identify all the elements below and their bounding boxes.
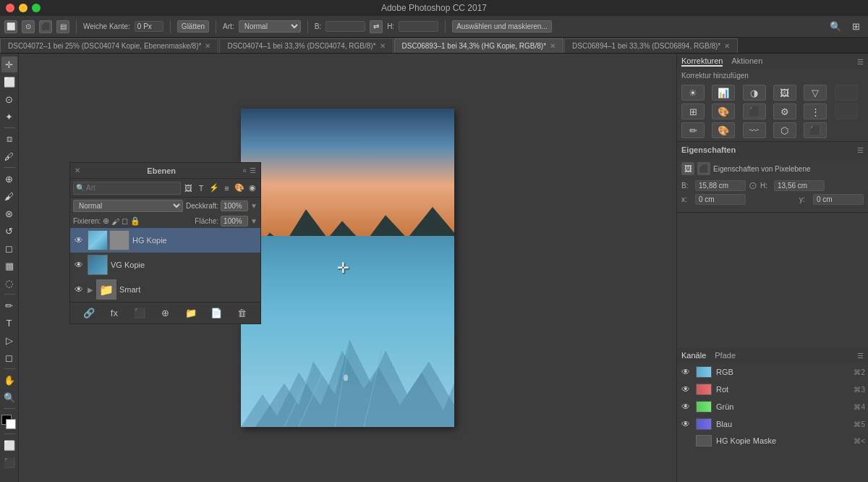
column-icon[interactable]: ⬛ [39, 20, 52, 33]
korr-bw-btn[interactable]: 🎨 [712, 103, 735, 119]
history-brush-tool[interactable]: ↺ [1, 223, 17, 239]
add-layer-icon[interactable]: 📄 [208, 305, 224, 321]
spot-heal-tool[interactable]: ⊕ [1, 171, 17, 187]
crop-tool[interactable]: ⧈ [1, 131, 17, 147]
stamp-tool[interactable]: ⊛ [1, 206, 17, 221]
tab-3[interactable]: DSC06893–1 bei 34,3% (HG Kopie, RGB/8)* … [394, 38, 564, 53]
fix-all-icon[interactable]: 🔒 [130, 216, 140, 226]
pen-tool[interactable]: ✏ [1, 297, 17, 313]
fix-transparency-icon[interactable]: ◻ [122, 216, 128, 226]
channel-gruen-visibility[interactable]: 👁 [680, 401, 692, 413]
minimize-button[interactable] [19, 4, 27, 12]
art-select[interactable]: Normal Hinzufügen Subtrahieren [239, 20, 301, 33]
blur-tool[interactable]: ◌ [1, 275, 17, 291]
glatten-button[interactable]: Glätten [177, 20, 209, 33]
flaeche-input[interactable] [221, 216, 248, 227]
korr-brightness-btn[interactable]: ☀ [681, 85, 705, 101]
tab-1-close[interactable]: ✕ [205, 42, 210, 50]
color-swatch[interactable] [1, 415, 17, 431]
korr-posterize-btn[interactable]: ✏ [681, 122, 705, 138]
channel-blau-visibility[interactable]: 👁 [680, 418, 692, 430]
pixel-layer-icon[interactable]: 🖼 [681, 162, 694, 175]
text-tool[interactable]: T [1, 315, 17, 331]
marquee-tool[interactable]: ⬜ [1, 74, 17, 90]
fix-pixels-icon[interactable]: 🖌 [111, 217, 119, 226]
b-input[interactable] [326, 21, 365, 32]
lasso-icon[interactable]: ⊙ [22, 20, 35, 33]
maximize-button[interactable] [32, 4, 41, 12]
layer-smart-expand-icon[interactable]: ▶ [88, 286, 93, 294]
tab-3-close[interactable]: ✕ [550, 42, 556, 50]
weiche-kante-input[interactable] [135, 21, 163, 32]
korr-curves-btn[interactable]: ◑ [743, 85, 766, 101]
add-group-icon[interactable]: 📁 [183, 305, 199, 321]
channel-rot[interactable]: 👁 Rot ⌘3 [677, 381, 868, 398]
korr-hue-btn[interactable] [835, 85, 858, 101]
layers-kind-icon[interactable]: 🖼 [183, 182, 194, 195]
layout-icon[interactable]: ⊞ [848, 19, 864, 35]
layers-mode-icon[interactable]: ≡ [221, 182, 232, 195]
korr-channel-mix-btn[interactable]: ⚙ [773, 103, 796, 119]
eigen-x-value[interactable]: 0 cm [695, 194, 746, 205]
channel-rot-visibility[interactable]: 👁 [680, 384, 692, 395]
fix-position-icon[interactable]: ⊕ [103, 216, 109, 226]
eraser-tool[interactable]: ◻ [1, 240, 17, 256]
korr-invert-btn[interactable] [835, 103, 858, 119]
layers-collapse-icon[interactable]: « [242, 166, 247, 174]
h-input[interactable] [399, 21, 438, 32]
screen-mode-icon[interactable]: ⬛ [1, 454, 17, 470]
channel-gruen[interactable]: 👁 Grün ⌘4 [677, 398, 868, 415]
add-adjustment-icon[interactable]: ⊕ [157, 305, 173, 321]
korr-extra-btn[interactable]: ⬛ [804, 122, 827, 138]
layers-channel-icon[interactable]: T [196, 182, 207, 195]
layer-hg-kopie-visibility[interactable]: 👁 [73, 234, 85, 246]
tab-korrekturen[interactable]: Korrekturen [681, 56, 723, 67]
swap-icon[interactable]: ⇄ [370, 20, 383, 33]
selection-icon[interactable]: ⬜ [4, 20, 17, 33]
zoom-tool[interactable]: 🔍 [1, 389, 17, 405]
channel-blau[interactable]: 👁 Blau ⌘5 [677, 415, 868, 433]
eigenschaften-menu-icon[interactable]: ☰ [857, 146, 864, 154]
tab-kanaele[interactable]: Kanäle [681, 351, 706, 360]
opacity-input[interactable] [221, 200, 248, 211]
korr-threshold-btn[interactable]: 🎨 [712, 122, 735, 138]
channel-rgb-visibility[interactable]: 👁 [680, 366, 692, 378]
layers-search-input[interactable] [86, 184, 178, 192]
brush-tool[interactable]: 🖌 [1, 188, 17, 204]
delete-layer-icon[interactable]: 🗑 [234, 305, 250, 321]
tab-pfade[interactable]: Pfade [715, 351, 736, 360]
korrekturen-menu-icon[interactable]: ☰ [857, 58, 864, 66]
quick-mask-icon[interactable]: ⬜ [1, 437, 17, 453]
link-layers-icon[interactable]: 🔗 [81, 305, 97, 321]
korr-levels-btn[interactable]: 📊 [712, 85, 735, 101]
eyedropper-tool[interactable]: 🖋 [1, 148, 17, 164]
lasso-tool[interactable]: ⊙ [1, 91, 17, 107]
korr-exposure-btn[interactable]: 🖼 [773, 85, 796, 101]
magic-wand-tool[interactable]: ✦ [1, 109, 17, 124]
korr-color-lookup-btn[interactable]: ⋮ [804, 103, 827, 119]
close-button[interactable] [6, 4, 14, 12]
korr-gradient-map-btn[interactable]: 〰 [743, 122, 766, 138]
shape-tool[interactable]: ◻ [1, 350, 17, 365]
search-icon[interactable]: 🔍 [827, 19, 843, 35]
path-select-tool[interactable]: ▷ [1, 332, 17, 348]
channel-rgb[interactable]: 👁 RGB ⌘2 [677, 363, 868, 381]
korr-vibrance-btn[interactable]: ▽ [804, 85, 827, 101]
tab-2[interactable]: DSC04074–1 bei 33,3% (DSC04074, RGB/8)* … [219, 38, 393, 53]
layer-smart-visibility[interactable]: 👁 [73, 284, 85, 295]
layer-smart[interactable]: 👁 ▶ 📁 Smart [70, 277, 260, 302]
flaeche-dropdown-icon[interactable]: ▼ [250, 217, 258, 225]
layers-close-icon[interactable]: ✕ [75, 166, 80, 174]
channel-mask[interactable]: HG Kopie Maske ⌘< [677, 433, 868, 449]
opacity-dropdown-icon[interactable]: ▼ [250, 202, 258, 210]
layer-vg-kopie-visibility[interactable]: 👁 [73, 259, 85, 271]
tab-4-close[interactable]: ✕ [724, 42, 730, 50]
tab-2-close[interactable]: ✕ [380, 42, 386, 50]
tab-4[interactable]: DSC06894–1 bei 33,3% (DSC06894, RGB/8)* … [564, 38, 738, 53]
layers-filter-icon[interactable]: ◉ [247, 182, 258, 195]
tab-aktionen[interactable]: Aktionen [731, 56, 762, 67]
layers-menu-icon[interactable]: ☰ [250, 166, 256, 174]
eigen-y-value[interactable]: 0 cm [813, 194, 864, 205]
channels-menu-icon[interactable]: ☰ [857, 352, 864, 360]
layers-color-icon[interactable]: 🎨 [234, 182, 245, 195]
